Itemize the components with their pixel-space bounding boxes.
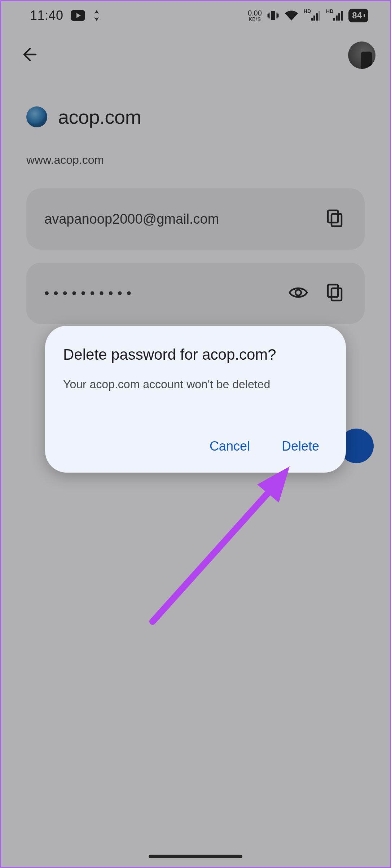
delete-button[interactable]: Delete	[280, 436, 321, 457]
dialog-body: Your acop.com account won't be deleted	[63, 376, 328, 393]
device-frame: 11:40 0.00 KB/S HD HD	[0, 0, 391, 868]
dialog-actions: Cancel Delete	[63, 436, 328, 457]
cancel-button[interactable]: Cancel	[208, 436, 251, 457]
dialog-title: Delete password for acop.com?	[63, 346, 328, 363]
delete-password-dialog: Delete password for acop.com? Your acop.…	[45, 326, 346, 473]
